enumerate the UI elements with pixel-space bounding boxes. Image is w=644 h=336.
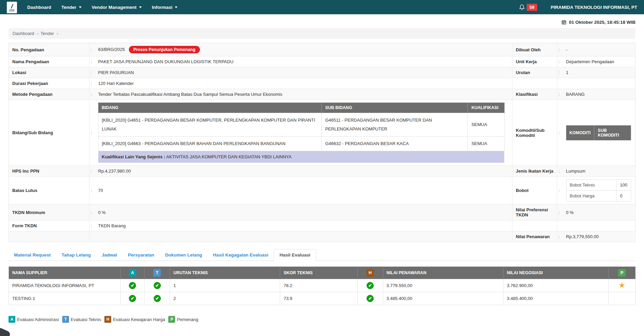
column-header: KOMODITI: [566, 125, 594, 140]
supplier-row: TESTING 1 ✔ ✔ 2 73.9 ✔ 3.485.400,00 3.48…: [9, 292, 635, 305]
field-label: Batas Lulus: [9, 177, 89, 205]
field-value: [563, 220, 635, 231]
field-value: 63/BRG/2025 Proses Penunjukan Pemenang: [95, 43, 512, 56]
legend-label: Evaluasi Teknis: [71, 317, 101, 322]
nilai-penawaran: 3.779.550,00: [383, 279, 503, 292]
colon: [557, 56, 563, 67]
field-value: 0 %: [95, 205, 512, 220]
badge-p: P: [618, 269, 626, 277]
sub-bidang-cell: G46632 - PERDAGANGAN BESAR KACA: [322, 137, 468, 151]
field-value: Tender Terbatas Pascakualifikasi Ambang …: [95, 89, 512, 100]
legend-badge-p: P: [168, 316, 175, 323]
field-label: Unit Kerja: [512, 56, 557, 67]
nilai-negosiasi: 3.762.900,00: [503, 279, 608, 292]
urutan-teknis: 1: [170, 279, 280, 292]
bobot-harga-value: 0: [616, 191, 631, 201]
check-circle-icon: ✔: [154, 282, 161, 289]
colon: [89, 100, 95, 166]
harga-status: ✔: [357, 292, 383, 305]
table-row: Nilai Penawaran Rp.3,779,550.00: [9, 231, 635, 242]
skor-teknis: 73.9: [280, 292, 357, 305]
bobot-cell: Bobot Teknis 100 Bobot Harga 0: [563, 177, 635, 205]
kualifikasi-lain-cell: Kualifikasi Lain Yang Sejenis : AKTIVITA…: [98, 151, 504, 163]
table-row: Bobot Teknis 100: [566, 180, 631, 191]
colon: [89, 43, 95, 56]
field-value: 120 Hari Kalender: [95, 78, 512, 89]
star-icon: ★: [618, 281, 625, 289]
bidang-sub-bidang-cell: BIDANG SUB BIDANG KUALIFIKASI [KBLI_2020…: [95, 100, 512, 166]
nav-item-informasi[interactable]: Informasi: [152, 5, 178, 10]
bidang-cell: [KBLI_2020] G4651 - PERDAGANGAN BESAR KO…: [98, 113, 322, 137]
field-label: [512, 220, 557, 231]
table-row: No. Pengadaan 63/BRG/2025 Proses Penunju…: [9, 43, 635, 56]
field-label: TKDN Minimum: [9, 205, 89, 220]
evaluation-legend: A Evaluasi Administrasi T Evaluasi Tekni…: [9, 316, 635, 323]
field-value: PAKET JASA PENUNJANG DAN DUKUNGAN LOGIST…: [95, 56, 512, 67]
field-value: Rp.4,237,980.00: [95, 166, 512, 177]
column-header-pemenang: P: [609, 267, 635, 279]
nilai-negosiasi: 3.485.400,00: [503, 292, 608, 305]
notifications-button[interactable]: 59: [519, 4, 537, 11]
field-label: Klasifikasi: [512, 89, 557, 100]
status-badge: Proses Penunjukan Pemenang: [129, 46, 200, 53]
tab-persyaratan[interactable]: Persyaratan: [122, 249, 159, 261]
legend-badge-h: H: [104, 316, 111, 323]
tab-tahap-lelang[interactable]: Tahap Lelang: [56, 249, 96, 261]
nav-item-dashboard[interactable]: Dashboard: [27, 5, 51, 10]
field-label: Jenis Ikatan Kerja: [512, 166, 557, 177]
field-label: Durasi Pekerjaan: [9, 78, 89, 89]
field-value: Rp.3,779,550.00: [563, 231, 635, 242]
tender-detail-table: No. Pengadaan 63/BRG/2025 Proses Penunju…: [9, 43, 635, 242]
field-value: 0 %: [563, 205, 635, 220]
field-label: No. Pengadaan: [9, 43, 89, 56]
colon: [89, 166, 95, 177]
column-header: BIDANG: [98, 103, 322, 113]
field-label: Form TKDN: [9, 220, 89, 231]
breadcrumb-tender[interactable]: Tender: [40, 31, 58, 36]
field-label: Metode Pengadaan: [9, 89, 89, 100]
colon: [557, 67, 563, 78]
field-label: Nilai Penawaran: [512, 231, 557, 242]
tab-dokumen-lelang[interactable]: Dokumen Lelang: [159, 249, 207, 261]
current-datetime: 01 Oktober 2025, 18:45:18 WIB: [9, 20, 635, 25]
bell-icon: [519, 4, 525, 11]
tab-hasil-evaluasi[interactable]: Hasil Evaluasi: [274, 249, 316, 261]
check-circle-icon: ✔: [154, 295, 161, 302]
field-value: BARANG: [563, 89, 635, 100]
nilai-penawaran: 3.485.400,00: [383, 292, 503, 305]
breadcrumb: Dashboard Tender: [9, 28, 635, 39]
sier-logo[interactable]: / SIER: [7, 2, 17, 13]
supplier-name: TESTING 1: [9, 292, 121, 305]
column-header-kewajaran-harga: H: [357, 267, 383, 279]
colon: [557, 166, 563, 177]
colon: [557, 205, 563, 220]
sub-bidang-cell: G46511 - PERDAGANGAN BESAR KOMPUTER DAN …: [322, 113, 468, 137]
nav-item-tender[interactable]: Tender: [62, 5, 82, 10]
harga-status: ✔: [357, 279, 383, 292]
tab-material-request[interactable]: Material Request: [9, 249, 56, 261]
corner-widget-partial[interactable]: [0, 327, 11, 336]
colon: [89, 89, 95, 100]
field-value: 70: [95, 177, 512, 205]
logged-in-company[interactable]: PIRAMIDA TEKNOLOGI INFORMASI, PT: [551, 5, 638, 10]
field-label: Nama Pengadaan: [9, 56, 89, 67]
table-header-row: NAMA SUPPLIER A T URUTAN TEKNIS SKOR TEK…: [9, 267, 635, 279]
kualifikasi-lain-value: AKTIVITAS JASA KOMPUTER DAN KEGIATAN YBD…: [166, 154, 292, 159]
bobot-harga-label: Bobot Harga: [566, 191, 616, 201]
tab-hasil-kegagalan-evaluasi[interactable]: Hasil Kegagalan Evaluasi: [207, 249, 274, 261]
kualifikasi-lain-label: Kualifikasi Lain Yang Sejenis :: [102, 154, 165, 159]
field-value: PIER PASURUAN: [95, 67, 512, 78]
komoditi-cell: KOMODITI SUB KOMODITI: [563, 100, 635, 166]
colon: [89, 220, 95, 231]
field-value: Departemen Pengadaan: [563, 56, 635, 67]
badge-a: A: [129, 269, 136, 277]
tab-jadwal[interactable]: Jadwal: [96, 249, 122, 261]
field-label: Urutan: [512, 67, 557, 78]
field-label: [512, 78, 557, 89]
breadcrumb-dashboard[interactable]: Dashboard: [13, 31, 38, 36]
nav-item-vendor-management[interactable]: Vendor Management: [92, 5, 142, 10]
field-value: [95, 231, 512, 242]
table-row: [KBLI_2020] G4651 - PERDAGANGAN BESAR KO…: [98, 113, 504, 137]
column-header: KUALIFIKASI: [468, 103, 505, 113]
urutan-teknis: 2: [170, 292, 280, 305]
